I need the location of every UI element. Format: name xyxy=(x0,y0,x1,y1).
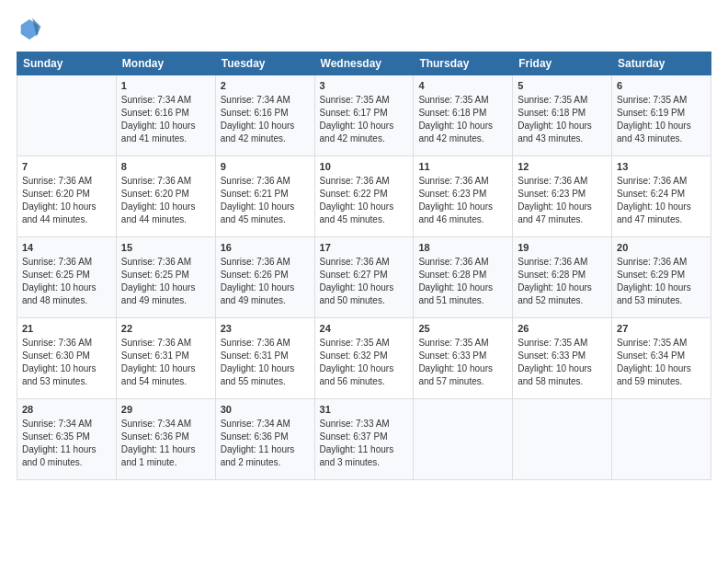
day-number: 13 xyxy=(617,160,706,174)
day-cell: 7Sunrise: 7:36 AMSunset: 6:20 PMDaylight… xyxy=(17,156,117,237)
week-row-2: 7Sunrise: 7:36 AMSunset: 6:20 PMDaylight… xyxy=(17,156,711,237)
day-info: Daylight: 10 hours xyxy=(518,362,607,375)
day-cell xyxy=(513,399,612,480)
day-info: Daylight: 10 hours xyxy=(221,282,310,294)
day-info: Daylight: 10 hours xyxy=(320,201,409,213)
day-info: Daylight: 11 hours xyxy=(22,443,111,456)
day-cell: 1Sunrise: 7:34 AMSunset: 6:16 PMDaylight… xyxy=(116,75,215,156)
day-info: Sunset: 6:16 PM xyxy=(221,107,310,120)
day-info: Sunset: 6:33 PM xyxy=(418,350,507,362)
day-cell: 12Sunrise: 7:36 AMSunset: 6:23 PMDayligh… xyxy=(513,156,612,237)
day-info: Sunset: 6:27 PM xyxy=(320,269,409,282)
day-cell: 16Sunrise: 7:36 AMSunset: 6:26 PMDayligh… xyxy=(215,237,314,318)
day-cell: 11Sunrise: 7:36 AMSunset: 6:23 PMDayligh… xyxy=(414,156,513,237)
day-info: Sunset: 6:30 PM xyxy=(22,350,111,362)
day-info: and 47 minutes. xyxy=(617,213,706,226)
col-header-wednesday: Wednesday xyxy=(314,52,414,75)
day-info: Daylight: 10 hours xyxy=(418,120,507,132)
day-info: Sunrise: 7:36 AM xyxy=(121,256,210,269)
day-info: Sunset: 6:31 PM xyxy=(221,350,310,362)
col-header-friday: Friday xyxy=(513,52,612,75)
day-cell: 2Sunrise: 7:34 AMSunset: 6:16 PMDaylight… xyxy=(215,75,314,156)
day-info: and 44 minutes. xyxy=(22,213,111,226)
day-info: Daylight: 10 hours xyxy=(617,120,706,132)
day-cell: 14Sunrise: 7:36 AMSunset: 6:25 PMDayligh… xyxy=(17,237,117,318)
day-info: and 59 minutes. xyxy=(617,375,706,388)
day-info: and 42 minutes. xyxy=(221,132,310,145)
day-info: Sunrise: 7:34 AM xyxy=(221,94,310,107)
week-row-4: 21Sunrise: 7:36 AMSunset: 6:30 PMDayligh… xyxy=(17,318,711,399)
day-info: Sunset: 6:29 PM xyxy=(617,269,706,282)
day-info: Sunset: 6:28 PM xyxy=(418,269,507,282)
day-info: Sunrise: 7:36 AM xyxy=(221,337,310,350)
day-info: Sunrise: 7:36 AM xyxy=(518,175,607,188)
day-info: Daylight: 11 hours xyxy=(121,443,210,456)
day-number: 9 xyxy=(221,160,310,174)
day-info: Sunset: 6:31 PM xyxy=(121,350,210,362)
header-row: SundayMondayTuesdayWednesdayThursdayFrid… xyxy=(17,52,711,75)
day-info: Daylight: 10 hours xyxy=(518,282,607,294)
day-number: 17 xyxy=(320,241,409,255)
col-header-sunday: Sunday xyxy=(17,52,117,75)
day-info: Sunrise: 7:36 AM xyxy=(418,175,507,188)
day-number: 18 xyxy=(418,241,507,255)
day-number: 6 xyxy=(617,79,706,93)
col-header-thursday: Thursday xyxy=(414,52,513,75)
day-info: Sunset: 6:16 PM xyxy=(121,107,210,120)
day-info: and 43 minutes. xyxy=(617,132,706,145)
day-info: Sunset: 6:18 PM xyxy=(518,107,607,120)
logo xyxy=(17,17,46,42)
day-cell xyxy=(17,75,117,156)
day-info: Sunrise: 7:35 AM xyxy=(320,94,409,107)
day-cell: 10Sunrise: 7:36 AMSunset: 6:22 PMDayligh… xyxy=(314,156,414,237)
day-info: Sunrise: 7:35 AM xyxy=(518,337,607,350)
day-info: Sunset: 6:20 PM xyxy=(22,188,111,201)
day-info: Sunset: 6:22 PM xyxy=(320,188,409,201)
day-number: 12 xyxy=(518,160,607,174)
day-info: Daylight: 10 hours xyxy=(121,362,210,375)
day-info: Daylight: 10 hours xyxy=(518,201,607,213)
day-info: Daylight: 10 hours xyxy=(221,201,310,213)
day-info: and 3 minutes. xyxy=(320,456,409,469)
day-info: Sunrise: 7:36 AM xyxy=(617,175,706,188)
day-info: Sunset: 6:18 PM xyxy=(418,107,507,120)
day-cell: 8Sunrise: 7:36 AMSunset: 6:20 PMDaylight… xyxy=(116,156,215,237)
day-info: Daylight: 10 hours xyxy=(320,282,409,294)
day-info: Daylight: 10 hours xyxy=(617,201,706,213)
day-info: and 47 minutes. xyxy=(518,213,607,226)
day-info: and 42 minutes. xyxy=(418,132,507,145)
col-header-saturday: Saturday xyxy=(612,52,711,75)
day-info: Daylight: 10 hours xyxy=(121,201,210,213)
day-info: Sunrise: 7:34 AM xyxy=(22,418,111,431)
day-cell: 18Sunrise: 7:36 AMSunset: 6:28 PMDayligh… xyxy=(414,237,513,318)
day-number: 8 xyxy=(121,160,210,174)
day-info: and 45 minutes. xyxy=(221,213,310,226)
day-info: and 49 minutes. xyxy=(121,294,210,307)
day-info: Sunrise: 7:34 AM xyxy=(221,418,310,431)
day-info: Sunset: 6:25 PM xyxy=(22,269,111,282)
day-number: 3 xyxy=(320,79,409,93)
day-info: Daylight: 10 hours xyxy=(121,120,210,132)
day-info: Sunset: 6:23 PM xyxy=(518,188,607,201)
day-info: Sunrise: 7:36 AM xyxy=(221,256,310,269)
day-info: Daylight: 10 hours xyxy=(320,120,409,132)
day-cell: 4Sunrise: 7:35 AMSunset: 6:18 PMDaylight… xyxy=(414,75,513,156)
day-info: and 53 minutes. xyxy=(617,294,706,307)
day-info: Sunset: 6:21 PM xyxy=(221,188,310,201)
day-cell: 21Sunrise: 7:36 AMSunset: 6:30 PMDayligh… xyxy=(17,318,117,399)
day-info: and 57 minutes. xyxy=(418,375,507,388)
day-info: Daylight: 10 hours xyxy=(22,282,111,294)
day-info: Sunrise: 7:35 AM xyxy=(617,94,706,107)
day-info: and 45 minutes. xyxy=(320,213,409,226)
day-cell: 3Sunrise: 7:35 AMSunset: 6:17 PMDaylight… xyxy=(314,75,414,156)
day-info: and 51 minutes. xyxy=(418,294,507,307)
day-cell: 30Sunrise: 7:34 AMSunset: 6:36 PMDayligh… xyxy=(215,399,314,480)
day-info: Sunset: 6:37 PM xyxy=(320,431,409,443)
day-cell: 9Sunrise: 7:36 AMSunset: 6:21 PMDaylight… xyxy=(215,156,314,237)
day-info: Daylight: 10 hours xyxy=(221,362,310,375)
day-info: Sunrise: 7:36 AM xyxy=(320,256,409,269)
day-number: 27 xyxy=(617,322,706,336)
day-info: Sunrise: 7:36 AM xyxy=(221,175,310,188)
day-info: Sunrise: 7:34 AM xyxy=(121,94,210,107)
day-info: and 43 minutes. xyxy=(518,132,607,145)
